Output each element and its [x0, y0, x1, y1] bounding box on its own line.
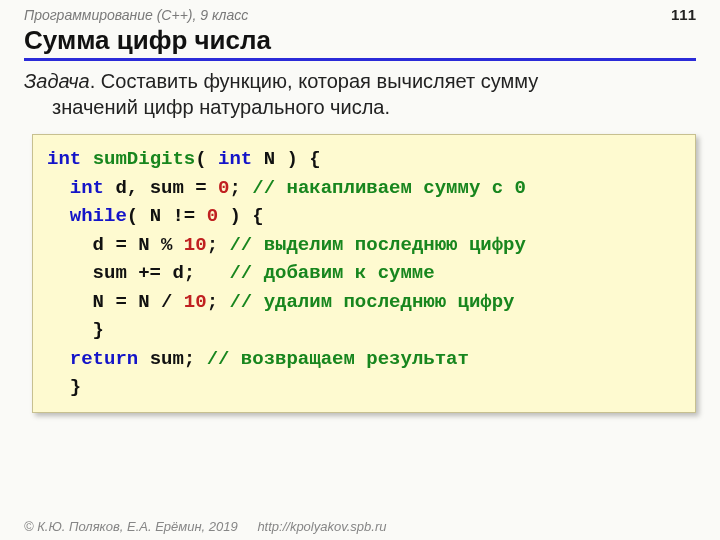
title-row: Сумма цифр числа	[0, 25, 720, 58]
code-text: sum;	[138, 348, 206, 370]
task-text: Задача. Составить функцию, которая вычис…	[0, 69, 720, 130]
title-divider	[24, 58, 696, 61]
footer-url: http://kpolyakov.spb.ru	[257, 519, 386, 534]
kw-while: while	[70, 205, 127, 227]
code-text: N ) {	[252, 148, 320, 170]
comment: // выделим последнюю цифру	[229, 234, 525, 256]
comment: // удалим последнюю цифру	[229, 291, 514, 313]
fn-name: sumDigits	[93, 148, 196, 170]
footer: © К.Ю. Поляков, Е.А. Ерёмин, 2019 http:/…	[24, 519, 386, 534]
num-literal: 10	[184, 234, 207, 256]
code-text: }	[47, 319, 104, 341]
code-text	[47, 177, 70, 199]
course-label: Программирование (C++), 9 класс	[24, 7, 248, 23]
code-text: ;	[207, 291, 230, 313]
kw-int: int	[70, 177, 104, 199]
kw-int: int	[47, 148, 81, 170]
code-text	[47, 205, 70, 227]
code-text: d, sum =	[104, 177, 218, 199]
copyright: © К.Ю. Поляков, Е.А. Ерёмин, 2019	[24, 519, 238, 534]
num-literal: 10	[184, 291, 207, 313]
code-text	[47, 348, 70, 370]
code-text: (	[195, 148, 218, 170]
num-literal: 0	[218, 177, 229, 199]
code-text: N = N /	[47, 291, 184, 313]
page-number: 111	[671, 6, 696, 23]
code-text: ) {	[218, 205, 264, 227]
kw-int: int	[218, 148, 252, 170]
code-text: ( N !=	[127, 205, 207, 227]
code-text: }	[47, 376, 81, 398]
num-literal: 0	[207, 205, 218, 227]
page-title: Сумма цифр числа	[24, 25, 271, 55]
comment: // добавим к сумме	[229, 262, 434, 284]
comment: // возвращаем результат	[207, 348, 469, 370]
task-label: Задача	[24, 70, 90, 92]
task-line1: . Составить функцию, которая вычисляет с…	[90, 70, 539, 92]
code-text: sum += d;	[47, 262, 229, 284]
code-text: ;	[207, 234, 230, 256]
task-line2: значений цифр натурального числа.	[24, 95, 676, 121]
code-text: d = N %	[47, 234, 184, 256]
header-row: Программирование (C++), 9 класс 111	[0, 0, 720, 25]
kw-return: return	[70, 348, 138, 370]
code-block: int sumDigits( int N ) { int d, sum = 0;…	[32, 134, 696, 413]
comment: // накапливаем сумму с 0	[252, 177, 526, 199]
code-text: ;	[229, 177, 252, 199]
